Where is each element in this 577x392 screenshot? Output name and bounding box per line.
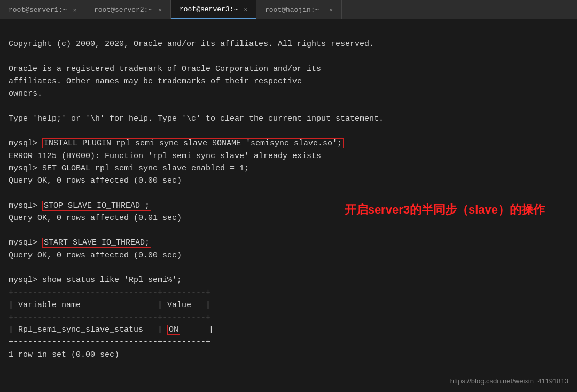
on-value-box: ON	[167, 325, 180, 335]
line-query-ok-3: Query OK, 0 rows affected (0.00 sec)	[9, 249, 568, 262]
line-table-header: | Variable_name | Value |	[9, 299, 568, 311]
tab-server1[interactable]: root@server1:~ ✕	[0, 0, 85, 19]
line-row-count: 1 row in set (0.00 sec)	[9, 349, 568, 361]
stop-cmd-box: STOP SLAVE IO_THREAD ;	[42, 201, 151, 211]
line-table-row: | Rpl_semi_sync_slave_status | ON |	[9, 324, 568, 336]
annotation-text: 开启server3的半同步（slave）的操作	[345, 201, 545, 219]
line-blank-1	[9, 26, 568, 38]
tab-server3-label: root@server3:~	[180, 5, 238, 13]
tab-bar: root@server1:~ ✕ root@server2:~ ✕ root@s…	[0, 0, 577, 19]
line-set-global: mysql> SET GLOBAL rpl_semi_sync_slave_en…	[9, 162, 568, 175]
terminal: Copyright (c) 2000, 2020, Oracle and/or …	[0, 19, 577, 392]
tab-haojin-label: root@haojin:~	[265, 6, 319, 14]
tab-haojin[interactable]: root@haojin:~ ✕	[256, 0, 342, 19]
prompt-start: mysql>	[9, 238, 42, 247]
line-oracle2: affiliates. Other names may be trademark…	[9, 75, 568, 88]
line-blank-7	[9, 262, 568, 274]
line-blank-5	[9, 187, 568, 199]
tab-server3[interactable]: root@server3:~ ✕	[171, 0, 256, 19]
line-copyright: Copyright (c) 2000, 2020, Oracle and/or …	[9, 38, 568, 50]
line-table-top: +------------------------------+--------…	[9, 286, 568, 299]
tab-haojin-close[interactable]: ✕	[329, 6, 333, 13]
line-start: mysql> START SLAVE IO_THREAD;	[9, 237, 568, 249]
line-oracle1: Oracle is a registered trademark of Orac…	[9, 63, 568, 75]
start-cmd-box: START SLAVE IO_THREAD;	[42, 238, 151, 248]
line-table-bottom: +------------------------------+--------…	[9, 336, 568, 348]
line-oracle3: owners.	[9, 88, 568, 100]
line-blank-6	[9, 224, 568, 237]
line-query-ok-1: Query OK, 0 rows affected (0.00 sec)	[9, 175, 568, 187]
tab-server3-close[interactable]: ✕	[244, 6, 247, 13]
prompt-install: mysql>	[9, 139, 42, 148]
tab-server1-close[interactable]: ✕	[73, 6, 76, 13]
line-blank-3	[9, 100, 568, 113]
prompt-stop: mysql>	[9, 201, 42, 210]
tab-server1-label: root@server1:~	[9, 6, 67, 14]
line-show-status: mysql> show status like 'Rpl_semi%';	[9, 274, 568, 286]
line-blank-4	[9, 125, 568, 137]
watermark: https://blog.csdn.net/weixin_41191813	[450, 376, 568, 387]
line-help: Type 'help;' or '\h' for help. Type '\c'…	[9, 113, 568, 125]
line-table-sep: +------------------------------+--------…	[9, 311, 568, 324]
install-cmd-box: INSTALL PLUGIN rpl_semi_sync_slave SONAM…	[42, 138, 344, 148]
tab-server2[interactable]: root@server2:~ ✕	[85, 0, 171, 19]
tab-server2-label: root@server2:~	[94, 6, 152, 14]
line-error: ERROR 1125 (HY000): Function 'rpl_semi_s…	[9, 150, 568, 162]
tab-server2-close[interactable]: ✕	[158, 6, 162, 13]
line-install: mysql> INSTALL PLUGIN rpl_semi_sync_slav…	[9, 137, 568, 150]
line-blank-2	[9, 51, 568, 63]
